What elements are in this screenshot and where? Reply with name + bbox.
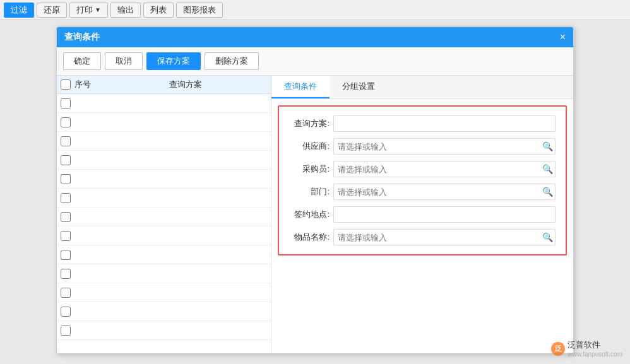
save-scheme-button[interactable]: 保存方案 — [146, 52, 201, 70]
print-button[interactable]: 打印 ▼ — [69, 3, 108, 18]
col-name-header: 查询方案 — [104, 79, 267, 90]
scheme-list — [57, 94, 271, 353]
dialog-title: 查询条件 — [64, 32, 100, 43]
form-row-buyer: 采购员: 🔍 — [289, 161, 556, 177]
watermark-logo: 泛 — [551, 342, 565, 356]
row-checkbox[interactable] — [61, 136, 71, 146]
row-checkbox[interactable] — [61, 288, 71, 298]
close-icon[interactable]: × — [560, 32, 566, 42]
item-label: 物品名称: — [289, 232, 333, 243]
watermark-url: www.fanpusoft.com — [568, 351, 622, 358]
tab-bar: 查询条件 分组设置 — [271, 76, 573, 99]
dialog-body: 序号 查询方案 — [57, 76, 573, 353]
scheme-input[interactable] — [333, 115, 556, 132]
tab-query-conditions[interactable]: 查询条件 — [271, 76, 330, 98]
item-search-icon[interactable]: 🔍 — [542, 233, 553, 242]
row-checkbox[interactable] — [61, 174, 71, 184]
row-checkbox[interactable] — [61, 193, 71, 203]
toolbar: 过滤 还原 打印 ▼ 输出 列表 图形报表 — [0, 0, 630, 20]
list-row[interactable] — [57, 245, 271, 264]
list-row[interactable] — [57, 132, 271, 151]
list-row[interactable] — [57, 302, 271, 321]
watermark-info: 泛普软件 www.fanpusoft.com — [568, 339, 622, 358]
main-area: 查询条件 × 确定 取消 保存方案 删除方案 序号 查询方案 — [0, 20, 630, 364]
supplier-search-icon[interactable]: 🔍 — [542, 142, 553, 151]
form-row-dept: 部门: 🔍 — [289, 184, 556, 200]
confirm-button[interactable]: 确定 — [63, 52, 101, 70]
list-row[interactable] — [57, 94, 271, 113]
row-checkbox[interactable] — [61, 326, 71, 336]
delete-scheme-button[interactable]: 删除方案 — [205, 52, 259, 70]
buyer-search-icon[interactable]: 🔍 — [542, 165, 553, 173]
cancel-button[interactable]: 取消 — [105, 52, 143, 70]
form-row-scheme: 查询方案: — [289, 115, 556, 132]
list-row[interactable] — [57, 208, 271, 226]
list-row[interactable] — [57, 283, 271, 302]
form-row-location: 签约地点: — [289, 206, 556, 223]
dept-input[interactable] — [333, 184, 556, 200]
supplier-label: 供应商: — [289, 141, 333, 152]
print-label: 打印 — [76, 4, 93, 16]
left-panel: 序号 查询方案 — [57, 76, 271, 353]
dialog-header: 查询条件 × — [57, 27, 573, 47]
right-panel: 查询条件 分组设置 查询方案: 供应商: 🔍 — [271, 76, 573, 353]
tab-group-settings[interactable]: 分组设置 — [330, 76, 388, 98]
list-row[interactable] — [57, 264, 271, 283]
location-input[interactable] — [333, 206, 556, 223]
dialog-actions: 确定 取消 保存方案 删除方案 — [57, 47, 573, 76]
location-label: 签约地点: — [289, 209, 333, 220]
row-checkbox[interactable] — [61, 250, 71, 260]
print-arrow-icon: ▼ — [95, 6, 101, 13]
buyer-label: 采购员: — [289, 163, 333, 175]
chart-button[interactable]: 图形报表 — [176, 3, 223, 18]
list-header: 序号 查询方案 — [57, 76, 271, 94]
select-all-checkbox[interactable] — [61, 79, 71, 90]
restore-button[interactable]: 还原 — [37, 3, 67, 18]
watermark-name: 泛普软件 — [568, 340, 600, 349]
dept-label: 部门: — [289, 186, 333, 197]
row-checkbox[interactable] — [61, 231, 71, 241]
row-checkbox[interactable] — [61, 98, 71, 109]
dept-input-wrapper: 🔍 — [333, 184, 556, 200]
row-checkbox[interactable] — [61, 269, 71, 279]
item-input[interactable] — [333, 229, 556, 245]
list-button[interactable]: 列表 — [143, 3, 174, 18]
form-row-item: 物品名称: 🔍 — [289, 229, 556, 245]
list-row[interactable] — [57, 189, 271, 208]
query-form: 查询方案: 供应商: 🔍 采购员: — [278, 105, 567, 255]
row-checkbox[interactable] — [61, 307, 71, 317]
supplier-input-wrapper: 🔍 — [333, 138, 556, 155]
watermark: 泛 泛普软件 www.fanpusoft.com — [551, 339, 622, 358]
scheme-label: 查询方案: — [289, 118, 333, 129]
buyer-input[interactable] — [333, 161, 556, 177]
list-row[interactable] — [57, 321, 271, 340]
row-checkbox[interactable] — [61, 212, 71, 222]
item-input-wrapper: 🔍 — [333, 229, 556, 245]
query-dialog: 查询条件 × 确定 取消 保存方案 删除方案 序号 查询方案 — [56, 26, 574, 354]
filter-button[interactable]: 过滤 — [4, 3, 34, 18]
buyer-input-wrapper: 🔍 — [333, 161, 556, 177]
form-row-supplier: 供应商: 🔍 — [289, 138, 556, 155]
row-checkbox[interactable] — [61, 155, 71, 165]
export-button[interactable]: 输出 — [110, 3, 141, 18]
row-checkbox[interactable] — [61, 117, 71, 127]
list-row[interactable] — [57, 151, 271, 170]
list-row[interactable] — [57, 113, 271, 132]
list-row[interactable] — [57, 170, 271, 189]
dept-search-icon[interactable]: 🔍 — [542, 187, 553, 196]
supplier-input[interactable] — [333, 138, 556, 155]
col-num-header: 序号 — [74, 79, 100, 90]
list-row[interactable] — [57, 226, 271, 245]
